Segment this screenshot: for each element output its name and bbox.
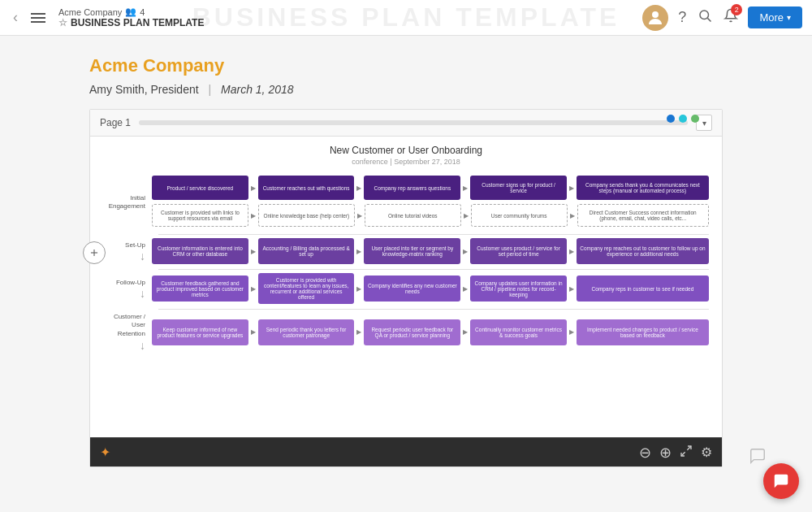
doc-author: Amy Smith, President (89, 83, 199, 96)
doc-viewer-dots (667, 115, 699, 123)
add-section-button[interactable] (83, 241, 106, 264)
section-label-setup: Set-Up (125, 241, 145, 249)
users-icon: 👥 (125, 7, 136, 17)
avatar[interactable] (642, 5, 668, 31)
back-button[interactable]: ‹ (10, 6, 21, 29)
top-nav: ‹ Acme Company 👥 4 ☆ BUSINESS PLAN TEMPL… (0, 0, 812, 36)
flow-box: Send periodic thank you letters for cust… (258, 319, 355, 345)
section-followup: Follow-Up ↓ Customer feedback gathered a… (103, 273, 709, 304)
section-label-initial: InitialEngagement (103, 176, 152, 229)
svg-point-0 (652, 11, 659, 18)
flow-box: Company sends thank you & communicates n… (577, 176, 709, 200)
nav-right: ? 2 More ▾ (642, 5, 802, 31)
dot-blue (667, 115, 675, 123)
notifications-button[interactable]: 2 (722, 7, 740, 28)
flow-box: Company reps in customer to see if neede… (577, 276, 709, 302)
page-label: Page 1 (100, 117, 131, 128)
users-count: 4 (140, 7, 145, 17)
flow-box: Company identifies any new customer need… (364, 276, 460, 302)
chevron-down-icon: ▾ (787, 13, 791, 22)
notification-badge: 2 (731, 4, 742, 15)
svg-line-5 (687, 446, 691, 450)
flow-box: Customer signs up for product / service (470, 176, 567, 200)
section-initial-engagement: InitialEngagement Product / service disc… (103, 176, 709, 229)
section-retention: Customer /User Retention ↓ Keep customer… (103, 313, 709, 351)
doc-viewer: Page 1 ▾ New Customer or User Onboarding… (89, 109, 723, 467)
svg-line-2 (708, 18, 711, 21)
flow-box: Product / service discovered (152, 176, 248, 200)
flowchart-meta: conference | September 27, 2018 (103, 158, 709, 166)
flow-box: Keep customer informed of new product fe… (152, 319, 248, 345)
diagram-area: New Customer or User Onboarding conferen… (90, 137, 722, 437)
chat-bubble-button[interactable] (763, 463, 799, 499)
breadcrumb: Acme Company 👥 4 ☆ BUSINESS PLAN TEMPLAT… (58, 7, 204, 28)
flow-box: Accounting / Billing data processed & se… (258, 238, 355, 264)
feedback-button[interactable] (749, 447, 767, 468)
flow-box-dashed: Direct Customer Success connect informat… (577, 204, 709, 227)
flow-box-dashed: Customer is provided with links to suppo… (152, 204, 248, 227)
toolbar-right: ⊖ ⊕ ⚙ (639, 444, 712, 462)
menu-button[interactable] (28, 10, 49, 26)
viewer-header: Page 1 ▾ (90, 110, 722, 137)
flow-box-dashed: Online tutorial videos (365, 204, 461, 227)
fullscreen-button[interactable] (680, 445, 693, 461)
zoom-in-button[interactable]: ⊕ (659, 444, 672, 462)
breadcrumb-doc-title: BUSINESS PLAN TEMPLATE (71, 17, 204, 28)
flow-box: Customer feedback gathered and product i… (152, 276, 248, 302)
flow-box: Request periodic user feedback for QA or… (364, 319, 460, 345)
search-button[interactable] (696, 7, 714, 28)
flow-box: Customer uses product / service for set … (470, 238, 567, 264)
settings-button[interactable]: ⚙ (701, 445, 712, 460)
star-icon[interactable]: ☆ (58, 17, 67, 28)
main-content: Acme Company Amy Smith, President | Marc… (0, 36, 812, 512)
separator: | (209, 83, 212, 96)
flow-box: Company updates user information in CRM … (470, 276, 567, 302)
flow-box: User placed into tier or segment by know… (364, 238, 460, 264)
flow-box: Customer reaches out with questions (258, 176, 355, 200)
section-setup: Set-Up ↓ Customer information is entered… (103, 238, 709, 264)
doc-toolbar: ✦ ⊖ ⊕ ⚙ (90, 437, 722, 466)
dot-green (691, 115, 699, 123)
flow-box: Customer is provided with content/featur… (258, 273, 355, 304)
section-label-followup: Follow-Up (116, 279, 145, 286)
watermark-text: BUSINESS PLAN TEMPLATE (192, 2, 620, 33)
flow-box: Company rep answers questions (364, 176, 460, 200)
section-label-retention: Customer /User Retention (103, 313, 145, 338)
flow-box: Implement needed changes to product / se… (577, 319, 709, 345)
flow-box-dashed: Online knowledge base (help center) (258, 204, 355, 227)
doc-subtitle: Amy Smith, President | March 1, 2018 (89, 83, 723, 96)
flow-box-dashed: User community forums (471, 204, 568, 227)
flow-box: Customer information is entered into CRM… (152, 238, 248, 264)
svg-point-1 (700, 11, 709, 20)
svg-line-6 (681, 452, 685, 456)
doc-date: March 1, 2018 (221, 83, 294, 96)
help-button[interactable]: ? (676, 7, 688, 28)
more-button[interactable]: More ▾ (748, 7, 802, 28)
flow-box: Company rep reaches out to customer to f… (577, 238, 709, 264)
flow-box: Continually monitor customer metrics & s… (470, 319, 567, 345)
flowchart-title: New Customer or User Onboarding (103, 145, 709, 156)
dot-teal (679, 115, 687, 123)
doc-title: Acme Company (89, 55, 723, 76)
breadcrumb-company: Acme Company (58, 7, 122, 17)
zoom-out-button[interactable]: ⊖ (639, 444, 651, 462)
share-icon[interactable]: ✦ (100, 445, 110, 460)
